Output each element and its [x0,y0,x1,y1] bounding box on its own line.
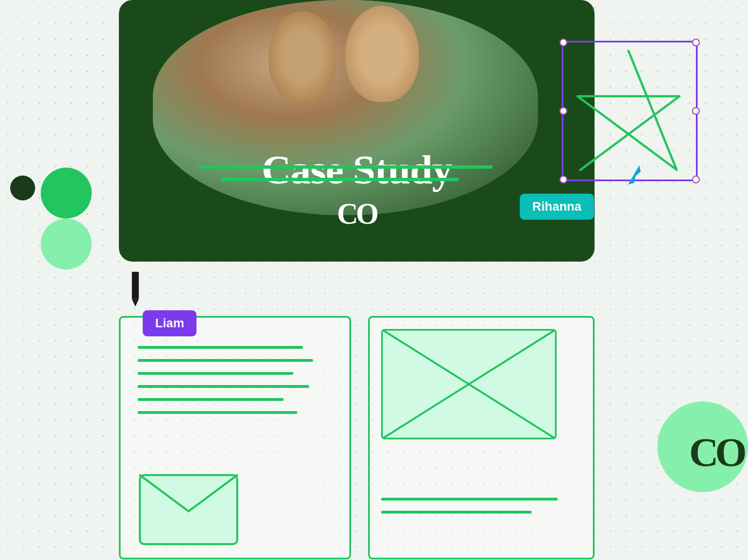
image-placeholder-sketch [381,329,557,439]
co-logo-bottom: CO [689,429,743,476]
doc-line-4 [138,385,309,388]
doc-right [368,316,595,559]
slide-title: Case Study [119,147,595,194]
svg-rect-0 [132,272,139,299]
handle-top-right[interactable] [692,39,700,46]
doc-right-lines [381,498,582,524]
strikethrough-line-1 [198,165,493,169]
svg-marker-1 [132,299,139,306]
bottom-section: Liam [119,277,595,560]
handle-bottom-left[interactable] [559,176,567,183]
liam-label: Liam [143,310,196,336]
strikethrough-line-2 [221,178,459,181]
star-drawing [566,45,691,176]
handle-middle-right[interactable] [692,107,700,115]
circle-green-medium [41,168,92,219]
doc-line-5 [138,398,284,401]
rihanna-label: Rihanna [520,194,594,220]
doc-line-6 [138,411,297,414]
doc-line-3 [138,372,293,375]
circle-dark-small [10,176,35,200]
co-logo-slide: CO [337,197,377,230]
doc-line-1 [138,346,303,349]
doc-right-line-1 [381,498,558,501]
circle-light-green [41,219,92,270]
doc-line-2 [138,359,313,362]
doc-right-line-2 [381,511,532,514]
doc-left [119,316,351,559]
envelope-sketch [138,473,240,546]
pencil-icon [127,272,144,311]
slide-card: Case Study CO [119,0,595,262]
doc-lines [138,346,332,424]
handle-bottom-right[interactable] [692,176,700,183]
